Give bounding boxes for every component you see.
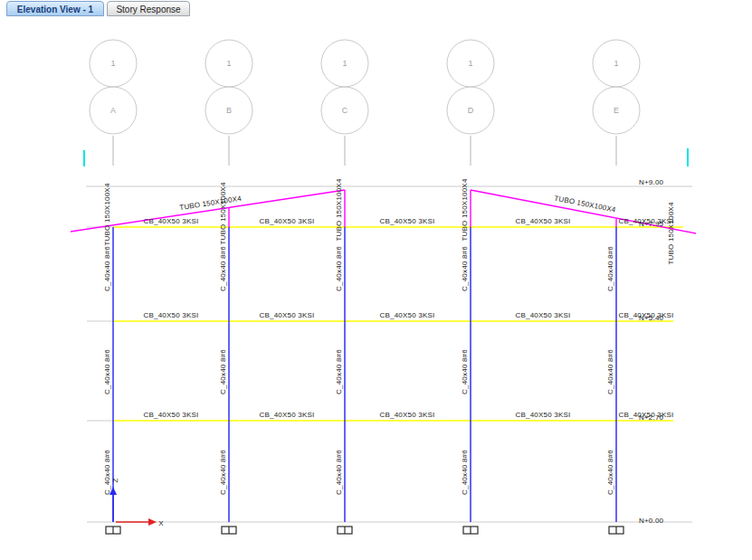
z-axis-label: Z (111, 478, 119, 482)
x-axis-arrowhead (148, 518, 157, 526)
column-label: C_40x40 8#6 (606, 246, 614, 291)
grid-bubble-label: B (226, 106, 232, 115)
beam-label: CB_40X50 3KSI (516, 217, 571, 225)
elevation-label-base: N+0.00 (639, 517, 664, 525)
roof-chord-label: TUBO 150X100X4 (179, 195, 243, 212)
view-tabs: Elevation View - 1 Story Response (6, 1, 190, 16)
beam-label: CB_40X50 3KSI (516, 411, 571, 419)
elevation-label-l1: N+2.70 (639, 413, 664, 422)
roof-post-label: TUBO 150X100X4 (461, 178, 469, 241)
elevation-label-roof: N+9.00 (639, 178, 664, 186)
tab-elevation-view[interactable]: Elevation View - 1 (6, 1, 104, 16)
columns (113, 227, 616, 522)
roof-post-label: TUBO 150X100X4 (219, 182, 227, 244)
grid-bubble-label: 1 (614, 59, 618, 68)
column-label: C_40x40 8#6 (461, 450, 469, 495)
column-label: C_40x40 8#6 (606, 349, 614, 394)
column-label: C_40x40 8#6 (335, 246, 343, 291)
beam-label: CB_40X50 3KSI (260, 411, 315, 419)
beam-label: CB_40X50 3KSI (260, 217, 315, 225)
tab-story-response[interactable]: Story Response (107, 1, 190, 16)
column-label: C_40x40 8#6 (335, 450, 343, 495)
column-label: C_40x40 8#6 (461, 349, 469, 394)
grid-bubble-label: A (110, 106, 116, 115)
grid-bubble-label: E (614, 106, 619, 115)
column-label: C_40x40 8#6 (103, 246, 111, 291)
beam-label: CB_40X50 3KSI (144, 311, 199, 319)
column-label: C_40x40 8#6 (103, 450, 111, 495)
roof-post-label: TUBO 150X100X4 (103, 183, 111, 245)
grid-bubble-label: 1 (468, 59, 472, 68)
beam-label: CB_40X50 3KSI (516, 311, 571, 319)
x-axis-label: X (158, 519, 164, 527)
elevation-label-l3: N+7.95 (639, 220, 664, 228)
elevation-label-l2: N+5.40 (639, 314, 664, 322)
column-label: C_40x40 8#6 (219, 450, 227, 495)
roof-chord-label: TUBO 150X100X4 (554, 195, 617, 214)
column-label: C_40x40 8#6 (219, 349, 227, 394)
column-label: C_40x40 8#6 (335, 349, 343, 394)
beam-label: CB_40X50 3KSI (144, 217, 199, 225)
column-label: C_40x40 8#6 (103, 349, 111, 394)
roof-post-label: TUBO 150X100X4 (667, 202, 675, 264)
beam-label: CB_40X50 3KSI (260, 311, 315, 319)
column-label: C_40x40 8#6 (461, 246, 469, 291)
base-supports (106, 527, 623, 534)
beam-label: CB_40X50 3KSI (380, 217, 435, 225)
roof-chord-left[interactable] (71, 190, 345, 232)
beam-label: CB_40X50 3KSI (144, 411, 199, 419)
column-labels: C_40x40 8#6 C_40x40 8#6 C_40x40 8#6 C_40… (103, 246, 614, 495)
beam-label: CB_40X50 3KSI (380, 311, 435, 319)
grid-bubble-label: 1 (342, 59, 347, 68)
grid-bubbles: 1 A 1 B 1 C 1 D 1 E (90, 40, 640, 166)
grid-bubble-label: D (468, 106, 474, 115)
elevation-labels: N+9.00 N+7.95 N+5.40 N+2.70 N+0.00 (639, 178, 664, 525)
grid-bubble-label: 1 (226, 59, 231, 68)
application-window: Elevation View - 1 Story Response 1 A 1 … (0, 0, 752, 560)
level-lines (86, 186, 692, 522)
beam-label: CB_40X50 3KSI (380, 411, 435, 419)
elevation-canvas[interactable]: 1 A 1 B 1 C 1 D 1 E (0, 0, 752, 560)
grid-bubble-label: C (342, 106, 348, 115)
view-extent-ticks (84, 148, 688, 166)
column-label: C_40x40 8#6 (219, 246, 227, 291)
column-label: C_40x40 8#6 (606, 450, 614, 495)
beams (113, 227, 683, 421)
grid-bubble-label: 1 (110, 59, 115, 68)
roof-post-label: TUBO 150X100X4 (335, 178, 343, 241)
